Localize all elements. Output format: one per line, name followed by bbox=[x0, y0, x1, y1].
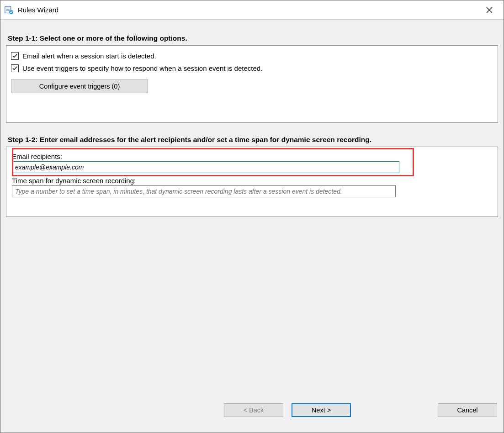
checkbox-event-triggers[interactable] bbox=[11, 64, 19, 72]
wizard-button-bar: < Back Next > Cancel bbox=[0, 403, 504, 433]
checkbox-email-alert[interactable] bbox=[11, 52, 19, 60]
step-1-1-panel: Email alert when a session start is dete… bbox=[6, 45, 498, 123]
checkbox-email-alert-label: Email alert when a session start is dete… bbox=[22, 52, 156, 60]
next-button[interactable]: Next > bbox=[292, 403, 351, 417]
close-button[interactable] bbox=[479, 3, 500, 17]
titlebar: Rules Wizard bbox=[0, 0, 504, 20]
cancel-button[interactable]: Cancel bbox=[438, 403, 497, 417]
time-span-label: Time span for dynamic screen recording: bbox=[12, 177, 494, 185]
step-1-2-panel: Email recipients: Time span for dynamic … bbox=[6, 147, 498, 217]
email-recipients-input[interactable] bbox=[12, 161, 399, 173]
configure-event-triggers-button[interactable]: Configure event triggers (0) bbox=[11, 79, 148, 93]
close-icon bbox=[486, 7, 493, 13]
content-area: Step 1-1: Select one or more of the foll… bbox=[0, 20, 504, 433]
check-icon bbox=[12, 53, 18, 59]
check-icon bbox=[12, 65, 18, 71]
checkbox-email-alert-row: Email alert when a session start is dete… bbox=[11, 52, 494, 60]
email-recipients-label: Email recipients: bbox=[12, 153, 494, 160]
checkbox-event-triggers-row: Use event triggers to specify how to res… bbox=[11, 64, 494, 72]
time-span-input[interactable] bbox=[12, 185, 396, 197]
checkbox-event-triggers-label: Use event triggers to specify how to res… bbox=[22, 64, 262, 72]
step-1-2-heading: Step 1-2: Enter email addresses for the … bbox=[8, 136, 498, 144]
app-icon bbox=[4, 5, 14, 15]
step-1-1-heading: Step 1-1: Select one or more of the foll… bbox=[8, 34, 498, 42]
window-title: Rules Wizard bbox=[18, 6, 479, 14]
back-button: < Back bbox=[224, 403, 283, 417]
